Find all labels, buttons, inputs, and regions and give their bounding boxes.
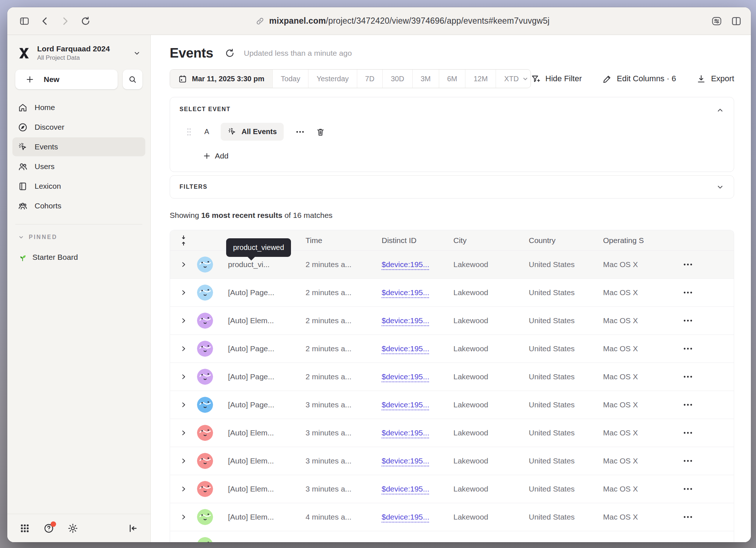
distinct-id-link[interactable]: $device:195... [382,316,453,325]
date-picker-button[interactable]: Mar 11, 2025 3:30 pm [170,70,272,88]
row-more-icon[interactable] [681,316,694,325]
column-header-distinct-id[interactable]: Distinct ID [382,236,453,245]
settings-gear-icon[interactable] [67,522,79,534]
column-header-country[interactable]: Country [529,236,603,245]
row-more-icon[interactable] [681,260,694,269]
table-row[interactable]: [Auto] Page... 2 minutes a... $device:19… [170,278,734,306]
pinned-section-header[interactable]: PINNED [12,234,145,240]
date-range-12m[interactable]: 12M [465,70,496,88]
distinct-id-link[interactable]: $device:195... [382,485,453,493]
date-range-30d[interactable]: 30D [382,70,412,88]
table-row[interactable]: [Auto] Elem... 2 minutes a... $device:19… [170,306,734,334]
sidebar-item-home[interactable]: Home [12,98,145,117]
date-range-xtd[interactable]: XTD [496,70,531,88]
row-expand-icon[interactable] [180,345,187,352]
app-body: Lord Farquaad 2024 All Project Data New … [7,35,751,542]
project-switcher[interactable]: Lord Farquaad 2024 All Project Data [12,44,145,62]
event-name-cell: [Auto] Page... [228,372,306,381]
country-cell: United States [529,288,603,297]
row-expand-icon[interactable] [180,485,187,493]
toolbar-actions: Hide Filter Edit Columns · 6 Export [531,74,734,84]
distinct-id-link[interactable]: $device:195... [382,260,453,269]
add-event-button[interactable]: Add [203,152,228,160]
os-cell: Mac OS X [603,400,674,409]
sidebar-item-users[interactable]: Users [12,157,145,176]
trash-icon[interactable] [316,127,325,137]
select-event-title: SELECT EVENT [180,106,724,113]
chevron-down-icon[interactable] [716,183,724,191]
distinct-id-link[interactable]: $device:195... [382,372,453,381]
hide-filter-button[interactable]: Hide Filter [531,74,582,84]
collapse-sidebar-icon[interactable] [127,522,139,534]
sidebar-item-discover[interactable]: Discover [12,118,145,137]
time-cell: 3 minutes a... [306,428,382,437]
column-header-operating-s[interactable]: Operating S [603,236,674,245]
discover-icon [18,122,28,132]
distinct-id-link[interactable]: $device:195... [382,400,453,409]
export-button[interactable]: Export [696,74,734,84]
date-range-6m[interactable]: 6M [439,70,465,88]
address-bar[interactable]: mixpanel.com/project/3472420/view/397469… [98,16,707,26]
row-more-icon[interactable] [681,344,694,353]
browser-sidebar-toggle-icon[interactable] [16,13,33,30]
row-expand-icon[interactable] [180,261,187,268]
table-row[interactable] [170,531,734,542]
row-expand-icon[interactable] [180,401,187,408]
event-more-icon[interactable] [294,126,306,137]
chevron-down-icon [18,234,24,240]
back-icon[interactable] [36,13,53,30]
distinct-id-link[interactable]: $device:195... [382,428,453,437]
row-expand-icon[interactable] [180,429,187,437]
pinned-item[interactable]: Starter Board [12,248,145,266]
distinct-id-link[interactable]: $device:195... [382,344,453,353]
search-button[interactable] [123,70,142,89]
sidebar-item-events[interactable]: Events [12,137,145,156]
time-cell: 2 minutes a... [306,260,382,269]
event-row-letter: A [204,128,209,136]
date-range-today[interactable]: Today [272,70,308,88]
sort-order-icon[interactable] [179,235,188,246]
sidebar-item-cohorts[interactable]: Cohorts [12,196,145,215]
reload-icon[interactable] [77,13,94,30]
distinct-id-link[interactable]: $device:195... [382,288,453,297]
help-icon[interactable] [43,522,55,534]
event-selector-pill[interactable]: All Events [221,123,284,141]
edit-columns-button[interactable]: Edit Columns · 6 [602,74,676,84]
row-expand-icon[interactable] [180,373,187,380]
forward-icon[interactable] [57,13,74,30]
table-row[interactable]: [Auto] Page... 2 minutes a... $device:19… [170,334,734,363]
apps-grid-icon[interactable] [19,522,31,534]
row-more-icon[interactable] [681,485,694,493]
table-row[interactable]: [Auto] Elem... 4 minutes a... $device:19… [170,503,734,531]
table-row[interactable]: [Auto] Elem... 3 minutes a... $device:19… [170,447,734,475]
row-more-icon[interactable] [681,372,694,381]
refresh-icon[interactable] [224,48,235,59]
date-range-option-label: Today [281,75,300,83]
table-row[interactable]: [Auto] Page... 2 minutes a... $device:19… [170,363,734,391]
row-more-icon[interactable] [681,513,694,521]
row-expand-icon[interactable] [180,513,187,521]
row-expand-icon[interactable] [180,289,187,296]
row-expand-icon[interactable] [180,317,187,324]
date-range-7d[interactable]: 7D [357,70,383,88]
row-more-icon[interactable] [681,288,694,297]
chevron-up-icon[interactable] [716,106,724,114]
table-row[interactable]: [Auto] Elem... 3 minutes a... $device:19… [170,419,734,447]
row-expand-icon[interactable] [180,457,187,465]
drag-handle-icon[interactable] [185,127,193,137]
column-header-city[interactable]: City [453,236,529,245]
row-more-icon[interactable] [681,457,694,465]
column-header-time[interactable]: Time [306,236,382,245]
split-view-icon[interactable] [731,15,742,27]
page-settings-icon[interactable] [711,15,722,27]
table-row[interactable]: [Auto] Page... 3 minutes a... $device:19… [170,391,734,419]
table-row[interactable]: [Auto] Elem... 3 minutes a... $device:19… [170,475,734,503]
distinct-id-link[interactable]: $device:195... [382,457,453,465]
date-range-yesterday[interactable]: Yesterday [308,70,357,88]
row-more-icon[interactable] [681,400,694,409]
new-button[interactable]: New [15,70,118,89]
date-range-3m[interactable]: 3M [412,70,439,88]
sidebar-item-lexicon[interactable]: Lexicon [12,177,145,196]
distinct-id-link[interactable]: $device:195... [382,513,453,521]
row-more-icon[interactable] [681,428,694,437]
